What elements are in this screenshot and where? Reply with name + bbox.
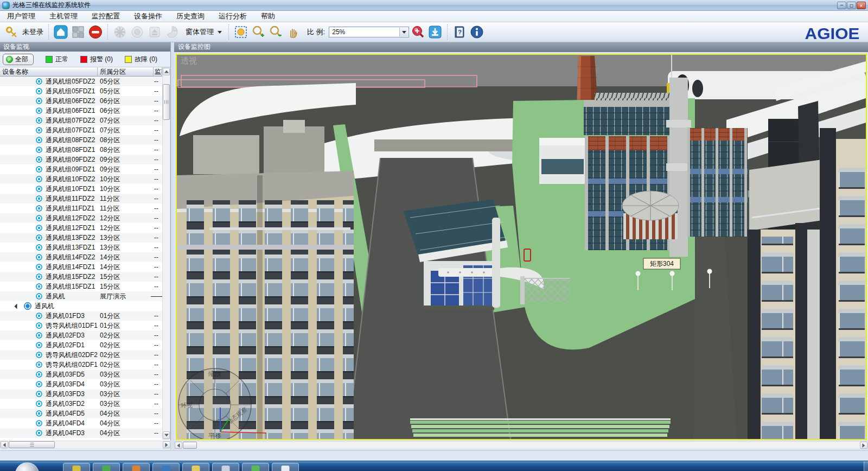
table-row[interactable]: 通风机组07FDZ2 07分区 -- — [0, 116, 162, 125]
menu-item[interactable]: 监控配置 — [85, 11, 127, 22]
tree-expand-icon[interactable] — [15, 304, 20, 309]
table-row[interactable]: 通风机03FD4 03分区 -- — [0, 379, 162, 389]
table-row[interactable]: 通风机组15FDZ1 15分区 -- — [0, 282, 162, 291]
table-row[interactable]: 通风机组13FDZ2 13分区 -- — [0, 233, 162, 243]
device-name[interactable]: 通风机组09FDZ2 — [46, 155, 95, 164]
device-name[interactable]: 通风机04FD5 — [46, 409, 85, 418]
table-row[interactable]: 通风机组12FDZ2 12分区 -- — [0, 213, 162, 223]
vertical-scroll-thumb[interactable] — [163, 84, 170, 120]
table-row[interactable]: 通风机组14FDZ1 14分区 -- — [0, 262, 162, 272]
show-desktop-button[interactable] — [864, 461, 868, 471]
table-row[interactable]: 通风机组12FDZ1 12分区 -- — [0, 223, 162, 233]
close-button[interactable]: ✕ — [857, 2, 866, 9]
device-name[interactable]: 通风机组15FDZ2 — [46, 272, 95, 282]
device-name[interactable]: 通风机03FD5 — [46, 370, 85, 379]
device-name[interactable]: 通风机04FD3 — [46, 428, 85, 438]
scroll-right-arrow[interactable] — [860, 442, 867, 449]
zoom-out-button[interactable] — [267, 24, 284, 40]
taskbar-app-button[interactable] — [63, 463, 90, 471]
device-name[interactable]: 通风机组11FDZ1 — [46, 203, 94, 213]
horizontal-scroll-thumb[interactable] — [9, 441, 55, 448]
device-name[interactable]: 通风机组14FDZ1 — [46, 262, 95, 272]
start-button[interactable] — [15, 462, 39, 471]
minimize-button[interactable]: ─ — [837, 2, 846, 9]
menu-item[interactable]: 运行分析 — [212, 11, 254, 22]
table-row[interactable]: 通风机组14FDZ2 14分区 -- — [0, 252, 162, 262]
scroll-up-arrow[interactable] — [163, 68, 170, 75]
table-row[interactable]: 通风机02FD1 02分区 -- — [0, 340, 162, 350]
table-row[interactable]: 通风机组11FDZ1 11分区 -- — [0, 203, 162, 213]
close-all-button[interactable] — [87, 24, 104, 40]
3d-viewport[interactable]: 矩形304 缩放 平移 环视 动态观察 透视 — [176, 54, 867, 440]
table-row[interactable]: 通风机组05FDZ2 05分区 -- — [0, 77, 162, 86]
taskbar-app-button[interactable] — [123, 463, 150, 471]
table-row[interactable]: 诱导风机组02DF1 02分区 -- — [0, 360, 162, 370]
device-name[interactable]: 通风机04FD4 — [46, 418, 85, 428]
about-button[interactable] — [469, 24, 485, 40]
taskbar-app-button[interactable] — [242, 463, 269, 471]
table-row[interactable]: 通风机04FD4 04分区 -- — [0, 418, 162, 428]
device-name[interactable]: 通风机组15FDZ1 — [46, 282, 95, 291]
taskbar-app-button[interactable] — [272, 463, 299, 471]
filter-all-button[interactable]: ✓ 全部 — [3, 54, 34, 65]
filter-item[interactable]: 报警 (0) — [80, 55, 113, 64]
zoom-in-button[interactable] — [250, 24, 266, 40]
table-row[interactable]: 通风机组09FDZ2 09分区 -- — [0, 155, 162, 164]
export-button[interactable] — [427, 24, 443, 40]
taskbar-app-button[interactable] — [93, 463, 120, 471]
table-row[interactable]: 通风机03FD5 03分区 -- — [0, 370, 162, 379]
device-name[interactable]: 通风机03FD3 — [46, 389, 85, 399]
column-header-device-name[interactable]: 设备名称 — [0, 67, 98, 77]
column-header-monitor[interactable]: 监视 — [154, 67, 162, 77]
menu-item[interactable]: 用户管理 — [0, 11, 42, 22]
menu-item[interactable]: 历史查询 — [169, 11, 212, 22]
column-header-zone[interactable]: 所属分区 — [98, 67, 154, 77]
device-name[interactable]: 通风机组05FDZ1 — [46, 86, 95, 96]
device-name[interactable]: 通风机 — [46, 291, 65, 301]
device-name[interactable]: 通风机组11FDZ2 — [46, 194, 94, 203]
scroll-right-arrow[interactable] — [163, 441, 170, 448]
taskbar-app-button[interactable] — [152, 463, 180, 471]
device-name[interactable]: 通风机组06FDZ1 — [46, 106, 95, 116]
table-row[interactable]: 通风机02FD3 02分区 -- — [0, 330, 162, 340]
menu-item[interactable]: 设备操作 — [127, 11, 169, 22]
table-row[interactable]: 通风机组06FDZ2 06分区 -- — [0, 96, 162, 106]
table-row[interactable]: 通风机组08FDZ1 08分区 -- — [0, 145, 162, 155]
table-row[interactable]: 通风机 — [0, 301, 162, 311]
nav-look-label[interactable]: 环视 — [181, 402, 193, 409]
device-name[interactable]: 通风机组05FDZ2 — [46, 77, 95, 86]
device-name[interactable]: 通风机组07FDZ1 — [46, 125, 95, 135]
device-name[interactable]: 通风机02FD3 — [46, 330, 85, 340]
device-name[interactable]: 通风机组09FDZ1 — [46, 164, 95, 174]
device-name[interactable]: 通风机组06FDZ2 — [46, 96, 95, 106]
viewport-horizontal-scrollbar[interactable] — [174, 441, 868, 449]
table-row[interactable]: 通风机组15FDZ2 15分区 -- — [0, 272, 162, 282]
table-row[interactable]: 诱导风机组01DF1 01分区 -- — [0, 321, 162, 330]
device-name[interactable]: 通风机02FD1 — [46, 340, 85, 350]
nav-pan-label[interactable]: 平移 — [208, 432, 221, 439]
table-row[interactable]: 通风机组13FDZ1 13分区 -- — [0, 243, 162, 252]
table-row[interactable]: 通风机组10FDZ1 10分区 -- — [0, 184, 162, 194]
tile-windows-button[interactable] — [70, 24, 86, 40]
device-name[interactable]: 通风机03FD4 — [46, 379, 85, 389]
maximize-button[interactable]: □ — [847, 2, 856, 9]
fan-tool-button[interactable] — [112, 24, 128, 40]
table-row[interactable]: 通风机04FD2 04分区 -- — [0, 438, 162, 440]
table-row[interactable]: 通风机01FD3 01分区 -- — [0, 311, 162, 321]
eject-tool-button[interactable] — [146, 24, 163, 40]
zoom-region-button[interactable] — [233, 24, 249, 40]
scroll-down-arrow[interactable] — [163, 431, 170, 439]
device-name[interactable]: 通风机03FD2 — [46, 399, 85, 409]
table-row[interactable]: 诱导风机组02DF2 02分区 -- — [0, 350, 162, 360]
nav-zoom-label[interactable]: 缩放 — [208, 370, 221, 378]
scroll-left-arrow[interactable] — [1, 441, 8, 448]
window-manage-dropdown[interactable]: 窗体管理 — [181, 24, 225, 40]
table-vertical-scrollbar[interactable] — [162, 67, 170, 440]
device-name[interactable]: 通风机 — [35, 301, 54, 311]
filter-item[interactable]: 正常 — [46, 55, 68, 64]
table-row[interactable]: 通风机组07FDZ1 07分区 -- — [0, 125, 162, 135]
scroll-left-arrow[interactable] — [175, 442, 182, 449]
device-name[interactable]: 通风机组07FDZ2 — [46, 116, 95, 125]
table-row[interactable]: 通风机04FD3 04分区 -- — [0, 428, 162, 438]
device-name[interactable]: 通风机组13FDZ2 — [46, 233, 95, 243]
